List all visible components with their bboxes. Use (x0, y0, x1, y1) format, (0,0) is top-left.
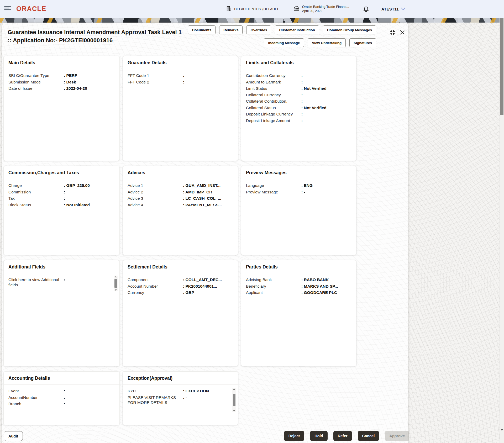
reject-button[interactable]: Reject (284, 431, 304, 441)
field-row: Advising Bank: RABO BANK (246, 277, 351, 282)
card-title-advices: Advices (123, 166, 238, 179)
field-value: : ENG (301, 183, 313, 188)
field-label: Contribution Currency (246, 73, 301, 78)
card-guarantee-details: Guarantee DetailsFFT Code 1:FFT Code 2: (123, 56, 238, 161)
card-title-settlement-details: Settlement Details (123, 260, 238, 273)
menu-icon[interactable] (4, 6, 11, 12)
field-value: : AMD_IMP_CR (183, 189, 212, 195)
notifications-bell-icon[interactable] (363, 6, 369, 12)
close-icon[interactable] (400, 30, 405, 35)
field-label: AccountNumber (8, 395, 64, 400)
customer-instruction-button[interactable]: Customer Instruction (275, 25, 319, 34)
field-label: PLEASE VISIT REMARKS FOR MORE DETAILS (128, 395, 183, 405)
field-label: Language (246, 183, 301, 188)
overrides-button[interactable]: Overrides (246, 25, 271, 34)
field-value: : RABO BANK (301, 277, 329, 282)
hold-button[interactable]: Hold (310, 431, 327, 441)
card-additional-fields: Additional FieldsClick here to view Addi… (3, 260, 120, 366)
card-title-main-details: Main Details (4, 56, 119, 69)
field-value: : (301, 112, 303, 117)
incoming-message-button[interactable]: Incoming Message (264, 38, 304, 47)
card-title-accounting-details: Accounting Details (4, 372, 119, 384)
panel-header: Guarantee Issuance Internal Amendment Ap… (2, 23, 408, 56)
cancel-button[interactable]: Cancel (358, 431, 379, 441)
field-value: : EXCEPTION (183, 388, 209, 394)
field-label: Limit Status (246, 86, 301, 91)
signatures-button[interactable]: Signatures (349, 38, 376, 47)
field-label: Charge (8, 183, 64, 188)
field-label: FFT Code 2 (128, 80, 183, 85)
field-label: Preview Message (246, 189, 301, 195)
field-row: Advice 2: AMD_IMP_CR (128, 189, 233, 195)
field-value: : (64, 277, 65, 282)
scrollbar-thumb[interactable] (500, 18, 503, 115)
field-label: Collateral Currency (246, 92, 301, 98)
field-value: : PERF (64, 73, 77, 78)
scroll-up-icon[interactable] (115, 276, 117, 277)
field-value: : (64, 401, 65, 407)
field-label: Tax (8, 196, 64, 201)
entity-selector[interactable]: DEFAULTENTITY (DEFAULT... (226, 6, 281, 12)
field-label: Date of Issue (8, 86, 64, 91)
collapse-icon[interactable] (390, 30, 395, 35)
documents-button[interactable]: Documents (188, 25, 216, 34)
field-row: KYC: EXCEPTION (128, 388, 233, 394)
field-value: : (301, 118, 303, 123)
field-label: SBLC/Guarantee Type (8, 73, 64, 78)
scroll-up-icon[interactable] (233, 388, 235, 390)
card-commission-charges-and-taxes: Commission,Charges and TaxesCharge: GBP … (3, 166, 120, 255)
remarks-button[interactable]: Remarks (219, 25, 243, 34)
field-row: Block Status: Not Initiated (8, 202, 115, 208)
field-row: Submission Mode: Desk (8, 80, 115, 85)
view-undertaking-button[interactable]: View Undertaking (308, 38, 346, 47)
field-row: Advice 4: PAYMENT_MESS... (128, 202, 233, 208)
card-settlement-details: Settlement DetailsComponent: COLL_AMT_DE… (123, 260, 238, 366)
card-title-parties-details: Parties Details (241, 260, 356, 273)
field-row: Collateral Status: Not Verified (246, 105, 351, 110)
field-label: Applicant (246, 290, 301, 295)
card-title-guarantee-details: Guarantee Details (123, 56, 238, 69)
field-row: Beneficiary: MARKS AND SP... (246, 284, 351, 289)
approve-button[interactable]: Approve (385, 431, 409, 441)
card-parties-details: Parties DetailsAdvising Bank: RABO BANKB… (241, 260, 356, 366)
field-row: Charge: GBP 225.00 (8, 183, 115, 188)
page-scrollbar[interactable] (500, 18, 504, 443)
card-scrollbar[interactable] (232, 388, 236, 412)
field-row: Language: ENG (246, 183, 351, 188)
audit-button[interactable]: Audit (4, 431, 23, 441)
field-value: : (301, 92, 303, 98)
field-label: Submission Mode (8, 80, 64, 85)
card-preview-messages: Preview MessagesLanguage: ENGPreview Mes… (241, 166, 356, 255)
scroll-down-icon[interactable] (115, 289, 117, 291)
app-name: Oracle Banking Trade Financ... (302, 5, 349, 9)
field-value: : (183, 80, 184, 85)
scroll-thumb[interactable] (114, 279, 117, 288)
card-scrollbar[interactable] (114, 276, 118, 291)
field-label: Advice 3 (128, 196, 183, 201)
field-value: : Not Verified (301, 105, 327, 110)
field-label: Amount to Earmark (246, 80, 301, 85)
bank-icon (293, 5, 300, 13)
scroll-down-icon[interactable] (501, 429, 503, 431)
field-value: : GUA_AMD_INST... (183, 183, 220, 188)
field-value: : MARKS AND SP... (301, 284, 338, 289)
app-date: April 20, 2022 (302, 9, 349, 13)
additional-fields-link[interactable]: Click here to view Additional fields (8, 277, 64, 287)
field-row: FFT Code 2: (128, 80, 233, 85)
field-value: : (64, 395, 65, 400)
common-group-messages-button[interactable]: Common Group Messages (323, 25, 376, 34)
field-label: Collateral Status (246, 105, 301, 110)
field-row: Advice 1: GUA_AMD_INST... (128, 183, 233, 188)
field-label: Advice 1 (128, 183, 183, 188)
summary-cards-grid: Main DetailsSBLC/Guarantee Type: PERFSub… (3, 56, 356, 425)
scroll-thumb[interactable] (233, 394, 235, 406)
user-menu[interactable]: ATEST11 (381, 7, 406, 11)
header-divider (289, 4, 289, 14)
field-value: : GBP (183, 290, 194, 295)
app-info: Oracle Banking Trade Financ... April 20,… (293, 5, 349, 13)
entity-label: DEFAULTENTITY (DEFAULT... (234, 7, 281, 11)
header-right-cluster: DEFAULTENTITY (DEFAULT... Oracle Banking… (226, 0, 406, 18)
refer-button[interactable]: Refer (333, 431, 352, 441)
scroll-down-icon[interactable] (233, 410, 235, 412)
action-bar: Audit Reject Hold Refer Cancel Approve (0, 429, 504, 443)
